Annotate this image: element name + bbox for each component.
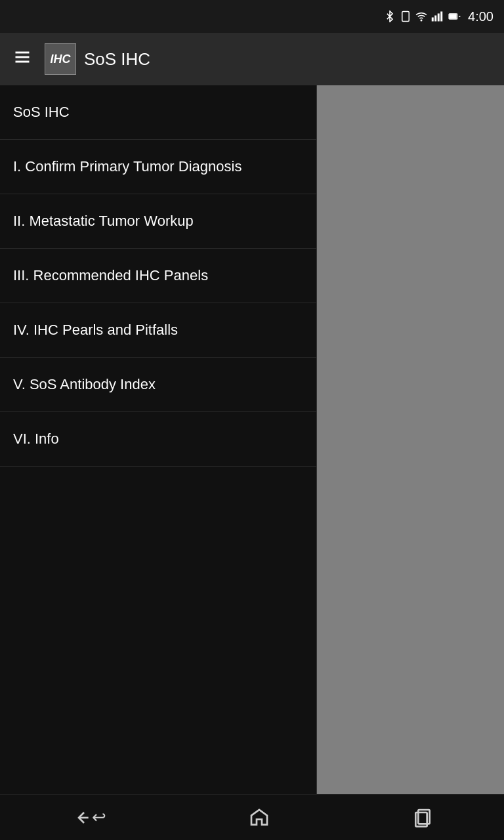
nav-item-ihc-panels[interactable]: III. Recommended IHC Panels (0, 249, 316, 303)
status-bar: 4:00 (0, 0, 504, 33)
app-logo: IHC (45, 43, 76, 75)
svg-rect-6 (440, 12, 442, 22)
battery-icon (447, 10, 461, 22)
svg-rect-9 (450, 14, 457, 19)
svg-rect-3 (432, 18, 434, 22)
app-bar: IHC SoS IHC (0, 33, 504, 85)
signal-icon (431, 10, 443, 22)
nav-drawer: SoS IHC I. Confirm Primary Tumor Diagnos… (0, 85, 317, 794)
content-panel (317, 85, 504, 794)
bluetooth-icon (384, 10, 396, 22)
nav-item-sos-ihc[interactable]: SoS IHC (0, 85, 316, 140)
phone-icon (400, 10, 411, 22)
main-container: SoS IHC I. Confirm Primary Tumor Diagnos… (0, 85, 504, 794)
svg-rect-5 (438, 14, 440, 22)
status-time: 4:00 (468, 9, 494, 24)
nav-item-antibody-index[interactable]: V. SoS Antibody Index (0, 358, 316, 412)
status-icons: 4:00 (384, 9, 494, 24)
recents-button[interactable] (399, 801, 446, 835)
wifi-icon (415, 10, 427, 22)
svg-rect-4 (434, 16, 436, 22)
svg-point-2 (421, 20, 422, 21)
nav-item-info[interactable]: VI. Info (0, 412, 316, 467)
back-button[interactable]: ↩ (58, 801, 119, 835)
home-button[interactable] (236, 801, 283, 835)
nav-item-metastatic-workup[interactable]: II. Metastatic Tumor Workup (0, 194, 316, 249)
hamburger-button[interactable] (8, 43, 37, 75)
nav-item-confirm-primary[interactable]: I. Confirm Primary Tumor Diagnosis (0, 140, 316, 194)
app-title: SoS IHC (84, 49, 150, 70)
nav-item-ihc-pearls[interactable]: IV. IHC Pearls and Pitfalls (0, 303, 316, 358)
bottom-nav: ↩ (0, 794, 504, 840)
